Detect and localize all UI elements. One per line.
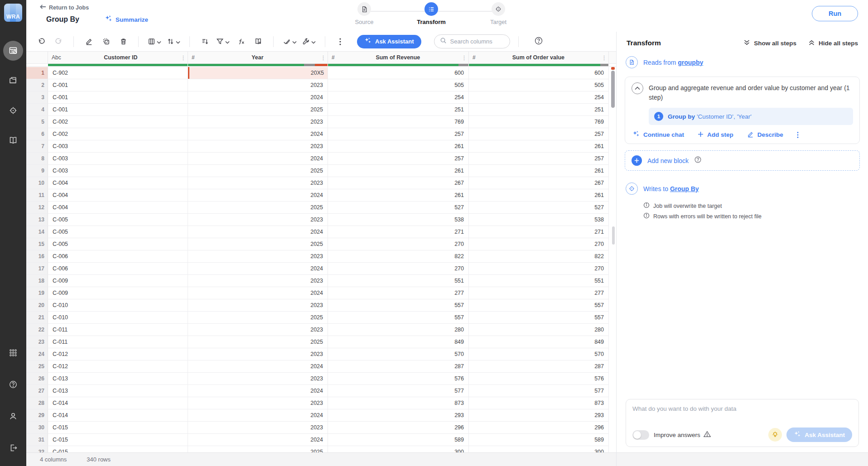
row-number[interactable]: 1 xyxy=(26,67,48,79)
ask-assistant-button[interactable]: Ask Assistant xyxy=(357,35,421,48)
row-number[interactable]: 22 xyxy=(26,324,48,336)
improve-answers-toggle[interactable] xyxy=(632,430,649,440)
table-cell[interactable]: 2023 xyxy=(188,116,328,128)
table-cell[interactable]: 576 xyxy=(469,373,609,384)
table-cell[interactable]: 2023 xyxy=(188,397,328,409)
table-cell[interactable]: 270 xyxy=(469,263,609,274)
table-cell[interactable]: 261 xyxy=(469,165,609,177)
quality-bar-year[interactable] xyxy=(188,64,328,66)
table-row[interactable]: 6C-0022024257257 xyxy=(26,128,609,140)
apps-grid-icon[interactable] xyxy=(3,343,23,363)
column-menu-icon[interactable]: ⋮ xyxy=(461,54,466,61)
help-circle-icon[interactable] xyxy=(534,36,543,47)
table-cell[interactable]: C-005 xyxy=(48,214,188,226)
table-row[interactable]: 24C-0122023570570 xyxy=(26,348,609,360)
row-sort-button[interactable] xyxy=(166,35,181,48)
table-row[interactable]: 12C-0042025527527 xyxy=(26,202,609,214)
collapse-block-icon[interactable] xyxy=(632,82,643,94)
table-row[interactable]: 3C-0012024254254 xyxy=(26,91,609,104)
add-step-button[interactable]: Add step xyxy=(698,131,733,139)
table-row[interactable]: 1C-90220X5600600 xyxy=(26,67,609,79)
table-cell[interactable]: C-005 xyxy=(48,238,188,250)
table-cell[interactable]: 287 xyxy=(328,360,469,372)
table-cell[interactable]: C-005 xyxy=(48,226,188,238)
table-cell[interactable]: C-014 xyxy=(48,409,188,421)
table-cell[interactable]: 2025 xyxy=(188,336,328,348)
table-row[interactable]: 17C-0062024270270 xyxy=(26,263,609,275)
table-cell[interactable]: 551 xyxy=(469,275,609,287)
table-cell[interactable]: 2025 xyxy=(188,446,328,452)
table-cell[interactable]: 577 xyxy=(469,385,609,397)
table-cell[interactable]: 2025 xyxy=(188,238,328,250)
table-cell[interactable]: 296 xyxy=(469,422,609,433)
column-header-sum-of-revenue[interactable]: # Sum of Revenue ⋮ xyxy=(328,52,469,63)
table-row[interactable]: 7C-0032023261261 xyxy=(26,140,609,153)
table-cell[interactable]: C-004 xyxy=(48,177,188,189)
table-cell[interactable]: 2024 xyxy=(188,385,328,397)
sidebar-item-transform[interactable] xyxy=(3,41,23,61)
table-row[interactable]: 28C-0142023873873 xyxy=(26,397,609,409)
table-row[interactable]: 21C-0102025557557 xyxy=(26,312,609,324)
table-cell[interactable]: C-006 xyxy=(48,250,188,262)
table-row[interactable]: 31C-0152024589589 xyxy=(26,434,609,446)
table-cell[interactable]: C-013 xyxy=(48,385,188,397)
table-cell[interactable]: 20X5 xyxy=(188,67,328,79)
table-row[interactable]: 18C-0092023551551 xyxy=(26,275,609,287)
table-cell[interactable]: 2024 xyxy=(188,153,328,164)
table-row[interactable]: 4C-0012025251251 xyxy=(26,104,609,116)
table-cell[interactable]: 527 xyxy=(328,202,469,213)
table-row[interactable]: 23C-0112025849849 xyxy=(26,336,609,348)
run-button[interactable]: Run xyxy=(812,6,858,21)
table-cell[interactable]: 270 xyxy=(469,238,609,250)
row-number[interactable]: 25 xyxy=(26,360,48,372)
row-number[interactable]: 26 xyxy=(26,373,48,384)
table-cell[interactable]: 293 xyxy=(328,409,469,421)
summarize-button[interactable]: Summarize xyxy=(105,15,148,24)
table-cell[interactable]: 2024 xyxy=(188,287,328,299)
table-cell[interactable]: 270 xyxy=(328,238,469,250)
table-cell[interactable]: C-003 xyxy=(48,140,188,152)
suggestions-bulb-icon[interactable] xyxy=(768,428,782,442)
table-cell[interactable]: 251 xyxy=(469,104,609,115)
table-cell[interactable]: 267 xyxy=(469,177,609,189)
table-cell[interactable]: 557 xyxy=(328,312,469,323)
step-transform[interactable]: Transform xyxy=(398,2,465,25)
table-cell[interactable]: C-015 xyxy=(48,422,188,433)
row-number[interactable]: 16 xyxy=(26,250,48,262)
show-all-steps-button[interactable]: Show all steps xyxy=(743,39,796,47)
table-cell[interactable]: 822 xyxy=(328,250,469,262)
table-cell[interactable]: 600 xyxy=(469,67,609,79)
table-cell[interactable]: C-004 xyxy=(48,189,188,201)
table-cell[interactable]: 557 xyxy=(469,299,609,311)
table-cell[interactable]: 2024 xyxy=(188,189,328,201)
help-circle-icon[interactable] xyxy=(694,156,702,165)
table-cell[interactable]: 849 xyxy=(328,336,469,348)
quality-bar-sum-of-order-value[interactable] xyxy=(469,64,609,66)
source-link[interactable]: groupby xyxy=(678,59,703,66)
row-number[interactable]: 12 xyxy=(26,202,48,213)
table-cell[interactable]: 287 xyxy=(469,360,609,372)
sidebar-item-targets[interactable] xyxy=(3,101,23,120)
table-cell[interactable]: C-002 xyxy=(48,116,188,128)
table-row[interactable]: 13C-0052023538538 xyxy=(26,214,609,226)
column-header-sum-of-order-value[interactable]: # Sum of Order value ⋮ xyxy=(469,52,609,63)
group-by-step[interactable]: 1 Group by'Customer ID', 'Year' xyxy=(649,108,853,125)
table-cell[interactable]: 280 xyxy=(328,324,469,336)
table-cell[interactable]: C-902 xyxy=(48,67,188,79)
table-cell[interactable]: 2023 xyxy=(188,422,328,433)
table-cell[interactable]: 769 xyxy=(328,116,469,128)
row-number[interactable]: 2 xyxy=(26,79,48,91)
table-cell[interactable]: 271 xyxy=(469,226,609,238)
scrollbar-thumb[interactable] xyxy=(611,71,615,108)
assistant-chat-box[interactable]: What do you want to do with your data Im… xyxy=(626,399,859,447)
table-row[interactable]: 16C-0062023822822 xyxy=(26,250,609,263)
table-cell[interactable]: 2023 xyxy=(188,79,328,91)
row-number[interactable]: 15 xyxy=(26,238,48,250)
table-cell[interactable]: 296 xyxy=(328,422,469,433)
undo-button[interactable] xyxy=(34,35,48,48)
row-number[interactable]: 24 xyxy=(26,348,48,360)
search-columns-box[interactable] xyxy=(434,34,510,48)
table-cell[interactable]: 2025 xyxy=(188,202,328,213)
table-row[interactable]: 29C-0142024293293 xyxy=(26,409,609,422)
table-cell[interactable]: 257 xyxy=(469,128,609,140)
